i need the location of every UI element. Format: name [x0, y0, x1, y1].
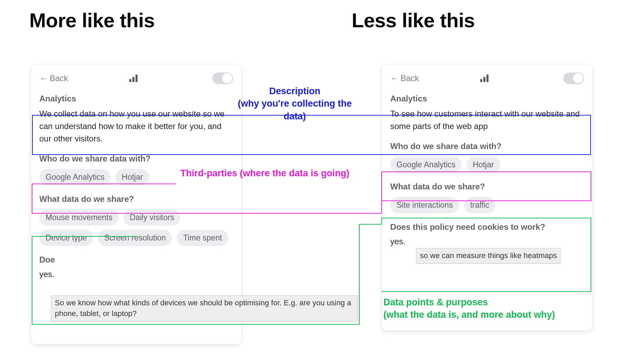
back-label: Back [50, 73, 68, 83]
card-header: ← Back [39, 72, 233, 84]
pill-item[interactable]: Daily visitors [123, 209, 180, 226]
cookie-answer: yes. [390, 237, 584, 246]
arrow-left-icon: ← [39, 73, 48, 83]
card-title: Analytics [39, 94, 233, 104]
annotation-data-points: Data points & purposes(what the data is,… [383, 296, 587, 321]
description-text: To see how customers interact with our w… [390, 108, 584, 132]
annotation-description: Description(why you're collecting the da… [226, 85, 364, 122]
page: More like this Less like this ← Back Ana… [0, 0, 644, 354]
analytics-icon [480, 75, 489, 82]
arrow-left-icon: ← [390, 73, 399, 83]
pill-item[interactable]: traffic [464, 197, 496, 213]
pill-item[interactable]: Hotjar [115, 169, 149, 185]
pill-item[interactable]: Device type [39, 230, 93, 246]
pill-item[interactable]: Time spent [177, 230, 228, 246]
cookie-question: Does this policy need cookies to work? [390, 222, 584, 232]
pill-item[interactable]: Site interactions [390, 197, 459, 213]
analytics-icon [129, 75, 138, 82]
data-pills: Mouse movements Daily visitors Device ty… [39, 209, 233, 246]
share-heading: Who do we share data with? [39, 154, 233, 164]
tooltip-heatmaps: so we can measure things like heatmaps [416, 248, 561, 264]
share-pills: Google Analytics Hotjar [390, 157, 584, 173]
data-heading: What data do we share? [39, 194, 233, 204]
back-button[interactable]: ← Back [39, 73, 68, 83]
pill-item[interactable]: Google Analytics [390, 157, 462, 173]
description-text: We collect data on how you use our websi… [39, 108, 233, 145]
heading-less-like-this: Less like this [352, 9, 475, 32]
card-title: Analytics [390, 94, 584, 104]
toggle-switch[interactable] [212, 72, 233, 84]
pill-item[interactable]: Hotjar [466, 157, 500, 173]
tooltip-device-type: So we know how what kinds of devices we … [51, 295, 358, 322]
cookie-question: Doe [39, 255, 233, 265]
card-header: ← Back [390, 72, 584, 84]
pill-item[interactable]: Google Analytics [39, 169, 111, 185]
data-heading: What data do we share? [390, 182, 584, 191]
back-label: Back [401, 73, 419, 83]
back-button[interactable]: ← Back [390, 73, 419, 83]
card-less-like-this: ← Back Analytics To see how customers in… [382, 65, 592, 331]
cookie-answer: yes. [39, 269, 233, 279]
data-pills: Site interactions traffic [390, 197, 584, 213]
toggle-knob [222, 73, 232, 83]
annotation-third-parties: Third-parties (where the data is going) [180, 167, 366, 179]
toggle-knob [573, 73, 583, 83]
pill-item[interactable]: Screen resolution [98, 230, 172, 246]
toggle-switch[interactable] [563, 72, 584, 84]
heading-more-like-this: More like this [29, 9, 155, 32]
share-heading: Who do we share data with? [390, 141, 584, 151]
pill-item[interactable]: Mouse movements [39, 209, 119, 226]
